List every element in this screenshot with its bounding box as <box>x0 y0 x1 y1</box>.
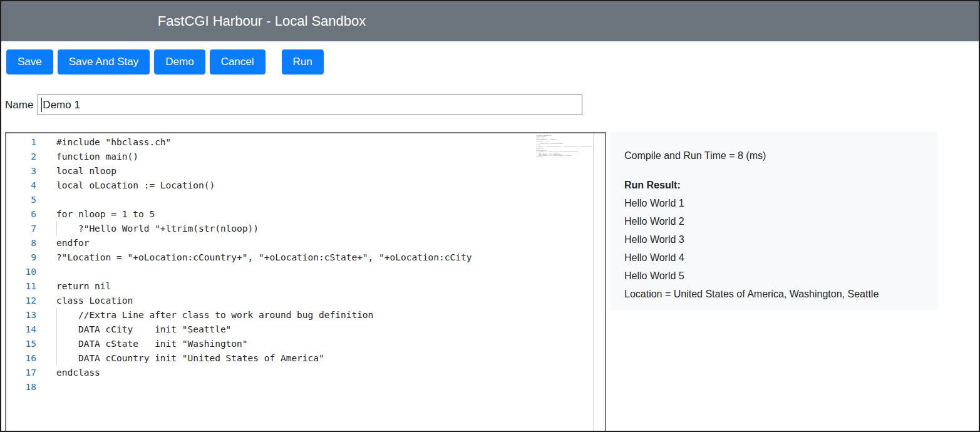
code-line: class Location <box>36 294 605 308</box>
code-editor[interactable]: 1 #include "hbclass.ch" 2 function main(… <box>5 132 606 431</box>
line-number: 12 <box>6 294 36 308</box>
line-number: 4 <box>6 178 36 193</box>
code-line: ?"Location = "+oLocation:cCountry+", "+o… <box>36 250 605 265</box>
editor-line: 4 local oLocation := Location() <box>6 178 605 193</box>
name-label: Name <box>5 99 33 111</box>
line-number: 13 <box>6 308 36 322</box>
editor-line: 15 DATA cState init "Washington" <box>6 337 605 351</box>
output-line: Hello World 4 <box>624 249 924 267</box>
line-number: 2 <box>6 150 36 164</box>
output-line: Hello World 1 <box>624 194 924 212</box>
app-header: FastCGI Harbour - Local Sandbox <box>1 1 979 41</box>
name-row: Name <box>5 95 979 115</box>
toolbar-button[interactable]: Demo <box>154 49 205 75</box>
line-number: 10 <box>6 265 36 279</box>
code-line: endfor <box>36 236 605 250</box>
editor-line: 14 DATA cCity init "Seattle" <box>6 322 605 337</box>
code-line: //Extra Line after class to work around … <box>36 308 605 322</box>
editor-line: 12 class Location <box>6 294 605 308</box>
name-input-wrap <box>38 95 582 115</box>
toolbar: Save Save And Stay Demo Cancel Run <box>6 49 979 75</box>
editor-line: 3 local nloop <box>6 164 605 178</box>
toolbar-button[interactable]: Save <box>6 49 53 75</box>
output-line: Hello World 5 <box>624 267 924 285</box>
line-number: 7 <box>6 222 36 236</box>
editor-line: 7 ?"Hello World "+ltrim(str(nloop)) <box>6 222 605 236</box>
code-line <box>36 265 605 279</box>
code-line: DATA cCountry init "United States of Ame… <box>36 351 605 366</box>
main-row: 1 #include "hbclass.ch" 2 function main(… <box>5 132 979 431</box>
line-number: 14 <box>6 322 36 337</box>
output-line: Hello World 2 <box>624 212 924 230</box>
results-panel: Compile and Run Time = 8 (ms) Run Result… <box>611 132 937 311</box>
compile-time-text: Compile and Run Time = 8 (ms) <box>624 147 924 165</box>
output-line: Hello World 3 <box>624 230 924 249</box>
code-line: ?"Hello World "+ltrim(str(nloop)) <box>36 222 605 236</box>
editor-minimap-content: #include "hbclass.ch" function main() lo… <box>536 135 544 158</box>
line-number: 17 <box>6 366 36 380</box>
line-number: 11 <box>6 279 36 294</box>
editor-line: 11 return nil <box>6 279 605 294</box>
toolbar-button[interactable]: Cancel <box>210 49 266 75</box>
editor-line: 9 ?"Location = "+oLocation:cCountry+", "… <box>6 250 605 265</box>
run-output: Hello World 1 Hello World 2 Hello World … <box>624 194 924 303</box>
code-line: local oLocation := Location() <box>36 178 605 193</box>
code-line: DATA cCity init "Seattle" <box>36 322 605 337</box>
line-number: 6 <box>6 207 36 222</box>
toolbar-button[interactable]: Save And Stay <box>58 49 150 75</box>
editor-line: 17 endclass <box>6 366 605 380</box>
code-line: local nloop <box>36 164 605 178</box>
toolbar-button[interactable]: Run <box>282 49 324 75</box>
line-number: 1 <box>6 135 36 150</box>
line-number: 15 <box>6 337 36 351</box>
editor-line: 18 <box>6 380 605 394</box>
editor-line: 6 for nloop = 1 to 5 <box>6 207 605 222</box>
editor-line: 2 function main() <box>6 150 605 164</box>
editor-line: 8 endfor <box>6 236 605 250</box>
overview-ruler <box>593 133 594 431</box>
code-line: function main() <box>36 150 605 164</box>
code-line <box>36 380 605 394</box>
editor-line: 10 <box>6 265 605 279</box>
editor-line: 1 #include "hbclass.ch" <box>6 135 605 150</box>
code-line: return nil <box>36 279 605 294</box>
line-number: 9 <box>6 250 36 265</box>
code-line: DATA cState init "Washington" <box>36 337 605 351</box>
editor-line: 13 //Extra Line after class to work arou… <box>6 308 605 322</box>
line-number: 18 <box>6 380 36 394</box>
page-title: FastCGI Harbour - Local Sandbox <box>158 13 366 29</box>
code-line: for nloop = 1 to 5 <box>36 207 605 222</box>
code-line <box>36 193 605 207</box>
run-result-label: Run Result: <box>624 176 924 194</box>
code-line: endclass <box>36 366 605 380</box>
text-caret <box>41 98 42 112</box>
line-number: 16 <box>6 351 36 366</box>
editor-minimap[interactable]: #include "hbclass.ch" function main() lo… <box>536 135 594 167</box>
line-number: 8 <box>6 236 36 250</box>
line-number: 5 <box>6 193 36 207</box>
line-number: 3 <box>6 164 36 178</box>
name-input[interactable] <box>38 95 582 115</box>
code-line: #include "hbclass.ch" <box>36 135 605 150</box>
output-line: Location = United States of America, Was… <box>624 285 924 303</box>
editor-line: 16 DATA cCountry init "United States of … <box>6 351 605 366</box>
editor-line: 5 <box>6 193 605 207</box>
